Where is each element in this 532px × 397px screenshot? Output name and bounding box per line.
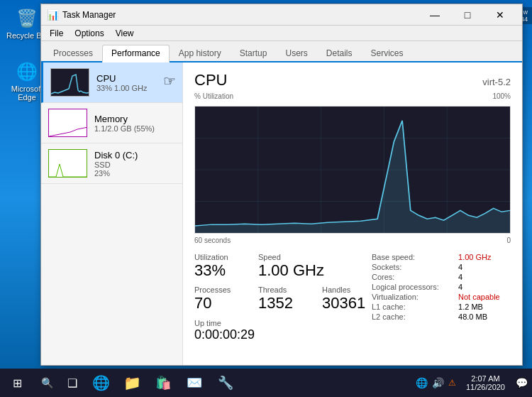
utilization-label: % Utilization (194, 92, 233, 100)
cpu-sidebar-item[interactable]: CPU 33% 1.00 GHz (41, 62, 182, 103)
base-speed-key: Base speed: (372, 253, 450, 261)
cores-key: Cores: (372, 273, 450, 281)
utilization-stat-value: 33% (194, 261, 244, 280)
disk-info: Disk 0 (C:) SSD 23% (94, 150, 175, 178)
uptime-row: Up time 0:00:00:29 (194, 319, 372, 343)
stats-left: Utilization 33% Speed 1.00 GHz Processes… (194, 253, 372, 348)
threads-stat-value: 1352 (258, 294, 308, 312)
network-icon[interactable]: 🌐 (414, 377, 429, 388)
notification-button[interactable]: 💬 (511, 369, 532, 397)
warning-icon[interactable]: ⚠ (447, 378, 458, 388)
speed-stat-value: 1.00 GHz (258, 261, 324, 280)
cpu-detail-panel: CPU virt-5.2 % Utilization 100% (183, 62, 522, 365)
window-controls: — □ ✕ (419, 4, 516, 26)
memory-info: Memory 1.1/2.0 GB (55%) (94, 114, 175, 133)
base-speed-val: 1.00 GHz (458, 253, 511, 261)
tab-app-history[interactable]: App history (170, 45, 231, 61)
cpu-detail: 33% 1.00 GHz (96, 84, 175, 92)
disk-detail: SSD 23% (94, 161, 175, 178)
utilization-stat-label: Utilization (194, 253, 244, 261)
taskbar-store[interactable]: 🛍️ (148, 369, 179, 397)
tab-users[interactable]: Users (276, 45, 316, 61)
sockets-key: Sockets: (372, 263, 450, 271)
virtualization-key: Virtualization: (372, 293, 450, 301)
svg-rect-2 (49, 150, 87, 178)
utilization-speed-row: Utilization 33% Speed 1.00 GHz (194, 253, 372, 280)
info-table: Base speed: 1.00 GHz Sockets: 4 Cores: 4… (372, 253, 511, 321)
zero-label: 0 (506, 236, 511, 244)
processes-stat-value: 70 (194, 294, 244, 312)
tab-performance[interactable]: Performance (102, 45, 170, 62)
search-button[interactable]: 🔍 (34, 369, 60, 397)
processes-stat: Processes 70 (194, 285, 244, 312)
close-button[interactable]: ✕ (484, 4, 516, 26)
virtualization-val: Not capable (458, 293, 511, 301)
resource-list: CPU 33% 1.00 GHz Memory 1.1/2.0 GB (55%) (41, 62, 183, 365)
taskbar-mail[interactable]: ✉️ (179, 369, 210, 397)
maximize-button[interactable]: □ (451, 4, 484, 26)
task-manager-window: 📊 Task Manager — □ ✕ File Options View P… (40, 4, 523, 366)
start-button[interactable]: ⊞ (0, 369, 34, 397)
menu-view[interactable]: View (110, 27, 140, 40)
seconds-label: 60 seconds (194, 236, 231, 244)
threads-stat-label: Threads (258, 285, 308, 294)
task-view-button[interactable]: ❑ (60, 369, 85, 397)
stats-section: Utilization 33% Speed 1.00 GHz Processes… (194, 253, 511, 348)
chart-bottom-labels: 60 seconds 0 (194, 236, 511, 244)
system-tray: 🌐 🔊 ⚠ (414, 369, 460, 397)
taskbar-settings2[interactable]: 🔧 (210, 369, 241, 397)
memory-sidebar-item[interactable]: Memory 1.1/2.0 GB (55%) (41, 103, 182, 143)
chart-top-labels: % Utilization 100% (194, 92, 511, 100)
l1-key: L1 cache: (372, 303, 450, 311)
cpu-chart (194, 106, 511, 234)
l2-val: 48.0 MB (458, 312, 511, 321)
process-thread-row: Processes 70 Threads 1352 Handles 30361 (194, 285, 372, 312)
cpu-thumbnail (50, 68, 89, 97)
tab-processes[interactable]: Processes (44, 45, 102, 61)
cpu-name: CPU (96, 73, 175, 84)
l1-val: 1.2 MB (458, 303, 511, 311)
tab-details[interactable]: Details (317, 45, 362, 61)
uptime-stat-label: Up time (194, 319, 255, 327)
tab-startup[interactable]: Startup (231, 45, 277, 61)
tab-bar: Processes Performance App history Startu… (41, 41, 522, 62)
cpu-panel-title: CPU (194, 71, 227, 89)
processes-stat-label: Processes (194, 285, 244, 294)
handles-stat: Handles 30361 (322, 285, 372, 312)
menu-bar: File Options View (41, 26, 522, 41)
logical-key: Logical processors: (372, 283, 450, 291)
speed-stat-label: Speed (258, 253, 324, 261)
menu-options[interactable]: Options (69, 27, 109, 40)
chart-100-label: 100% (492, 92, 511, 100)
clock-time: 2:07 AM (471, 374, 499, 383)
memory-thumbnail (48, 109, 87, 137)
tab-services[interactable]: Services (362, 45, 413, 61)
taskbar-explorer[interactable]: 📁 (116, 369, 148, 397)
threads-stat: Threads 1352 (258, 285, 308, 312)
taskbar-edge[interactable]: 🌐 (85, 369, 116, 397)
minimize-button[interactable]: — (419, 4, 451, 26)
svg-rect-1 (49, 109, 87, 137)
cpu-panel-subtitle: virt-5.2 (482, 77, 511, 87)
memory-name: Memory (94, 114, 175, 124)
title-bar: 📊 Task Manager — □ ✕ (41, 4, 522, 26)
utilization-stat: Utilization 33% (194, 253, 244, 280)
window-title: Task Manager (62, 10, 419, 20)
volume-icon[interactable]: 🔊 (431, 377, 445, 388)
disk-sidebar-item[interactable]: Disk 0 (C:) SSD 23% (41, 143, 182, 184)
cpu-info: CPU 33% 1.00 GHz (96, 73, 175, 92)
cores-val: 4 (458, 273, 511, 281)
logical-val: 4 (458, 283, 511, 291)
handles-stat-label: Handles (322, 285, 372, 294)
cpu-panel-header: CPU virt-5.2 (194, 71, 511, 89)
uptime-stat: Up time 0:00:00:29 (194, 319, 255, 343)
menu-file[interactable]: File (44, 27, 69, 40)
taskbar-apps: 🌐 📁 🛍️ ✉️ 🔧 (85, 369, 414, 397)
disk-thumbnail (48, 149, 87, 178)
clock-date: 11/26/2020 (466, 383, 505, 391)
memory-detail: 1.1/2.0 GB (55%) (94, 124, 175, 133)
main-content: CPU 33% 1.00 GHz Memory 1.1/2.0 GB (55%) (41, 62, 522, 365)
system-clock[interactable]: 2:07 AM 11/26/2020 (460, 369, 511, 397)
cpu-info-grid: Base speed: 1.00 GHz Sockets: 4 Cores: 4… (372, 253, 511, 348)
uptime-stat-value: 0:00:00:29 (194, 327, 255, 343)
